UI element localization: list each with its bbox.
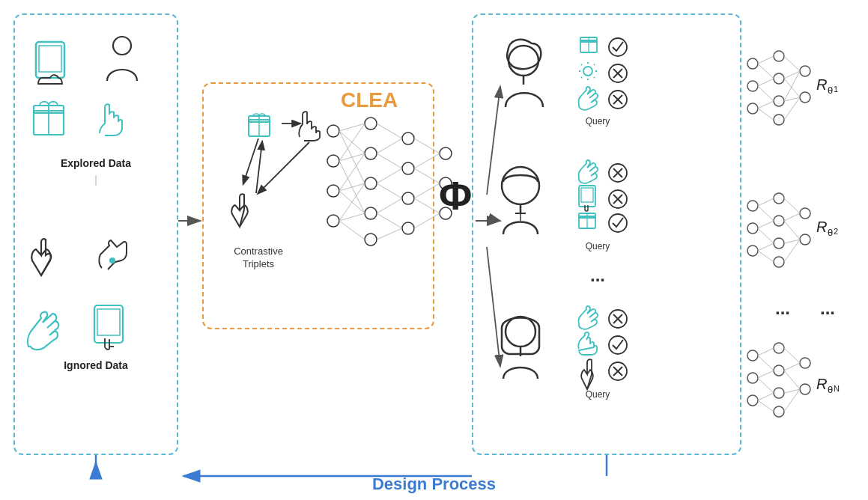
svg-line-89 [594,64,595,65]
svg-point-181 [774,406,784,417]
svg-point-116 [506,317,535,347]
svg-point-127 [747,81,758,91]
svg-line-160 [758,206,774,221]
svg-rect-1 [39,46,61,72]
svg-line-161 [758,221,774,228]
svg-line-164 [758,251,774,262]
svg-point-183 [800,384,810,394]
svg-rect-106 [581,188,593,202]
svg-line-58 [414,138,440,153]
svg-point-81 [609,38,627,56]
svg-point-175 [747,350,758,361]
svg-point-150 [747,201,758,211]
svg-line-88 [594,77,595,78]
svg-point-158 [800,234,810,245]
design-process-label: Design Process [372,475,496,494]
svg-point-152 [747,246,758,256]
svg-point-28 [365,177,377,189]
svg-line-189 [758,400,774,412]
svg-line-48 [339,213,365,221]
svg-line-136 [758,64,774,79]
svg-line-50 [377,124,402,138]
svg-point-155 [774,238,784,249]
svg-text:R: R [816,219,827,235]
svg-point-82 [583,67,592,76]
svg-point-76 [509,46,538,76]
svg-line-38 [339,124,365,131]
svg-text:Triplets: Triplets [243,258,275,269]
svg-point-182 [800,358,810,368]
svg-line-142 [784,71,800,79]
svg-line-163 [758,243,774,251]
svg-line-162 [758,228,774,243]
svg-line-61 [414,183,440,198]
svg-point-134 [800,92,810,103]
svg-line-53 [377,168,402,183]
svg-point-131 [774,96,784,106]
svg-text:θ: θ [828,227,833,238]
svg-line-185 [758,356,774,371]
svg-line-17 [243,138,258,183]
svg-rect-9 [94,305,123,343]
svg-point-157 [800,208,810,219]
svg-line-187 [758,378,774,393]
nn-right-svg: R θ 1 R θ 2 .. [749,22,861,472]
svg-line-60 [414,168,440,183]
svg-line-18 [258,142,309,193]
svg-text:θ: θ [828,384,833,395]
svg-point-34 [402,222,414,234]
svg-line-56 [377,213,402,228]
svg-line-138 [758,86,774,101]
svg-point-132 [774,115,784,125]
svg-point-31 [402,132,414,144]
svg-text:Query: Query [586,389,610,400]
svg-point-176 [747,373,758,383]
svg-point-151 [747,223,758,234]
svg-point-113 [609,214,627,232]
svg-point-33 [402,192,414,204]
svg-line-191 [784,363,800,371]
svg-point-156 [774,257,784,267]
svg-line-42 [339,153,365,161]
svg-line-186 [758,371,774,378]
svg-point-8 [109,257,115,263]
svg-line-192 [784,371,800,389]
svg-point-24 [327,185,339,197]
svg-line-139 [758,101,774,109]
svg-text:Explored Data: Explored Data [61,157,131,169]
svg-point-179 [774,365,784,376]
svg-text:...: ... [775,298,790,318]
svg-line-144 [784,71,800,101]
left-icons-svg: Explored Data Ignored D [13,13,178,455]
clea-content-svg: Contrastive Triplets [202,82,434,329]
svg-line-141 [784,56,800,71]
svg-text:1: 1 [834,85,838,94]
svg-point-25 [327,215,339,227]
clea-title: CLEA [341,88,398,112]
svg-text:Contrastive: Contrastive [234,246,283,257]
svg-line-59 [414,153,440,168]
svg-line-137 [758,79,774,86]
svg-line-140 [758,109,774,120]
svg-line-19 [256,142,262,193]
svg-line-167 [784,221,800,240]
phi-symbol: Φ [439,172,472,219]
svg-point-2 [113,37,131,55]
users-svg: Query [472,13,741,455]
svg-text:R: R [816,76,827,93]
svg-line-165 [784,198,800,213]
svg-line-143 [784,79,800,97]
svg-point-27 [365,147,377,159]
svg-line-188 [758,393,774,400]
svg-text:N: N [834,384,840,393]
diagram-container: Explored Data Ignored D [0,0,868,500]
svg-point-153 [774,193,784,204]
svg-line-55 [377,198,402,213]
svg-text:...: ... [820,298,835,318]
svg-line-57 [377,228,402,240]
svg-point-32 [402,162,414,174]
svg-point-178 [774,343,784,353]
svg-point-126 [747,58,758,69]
svg-line-62 [414,198,440,213]
svg-point-154 [774,216,784,226]
